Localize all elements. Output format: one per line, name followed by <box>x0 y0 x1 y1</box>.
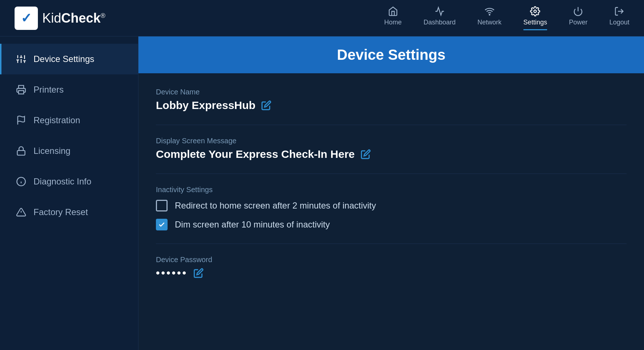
nav-power-label: Power <box>569 19 588 26</box>
printer-icon <box>16 85 26 95</box>
inactivity-redirect-checkbox[interactable] <box>156 200 168 211</box>
logo-second: Check <box>61 11 101 26</box>
edit-password-icon-svg <box>193 268 204 278</box>
sidebar-factory-reset-label: Factory Reset <box>34 207 88 217</box>
page-title: Device Settings <box>156 47 627 63</box>
page-header: Device Settings <box>138 36 644 73</box>
sidebar-item-diagnostic-info[interactable]: Diagnostic Info <box>0 166 138 197</box>
logo-text: KidCheck® <box>42 11 105 26</box>
flag-icon <box>16 115 26 125</box>
nav-item-settings[interactable]: Settings <box>523 6 547 30</box>
lock-icon <box>16 146 26 156</box>
sidebar-item-registration[interactable]: Registration <box>0 105 138 136</box>
display-message-value-row: Complete Your Express Check-In Here <box>156 148 627 160</box>
settings-icon <box>530 6 540 16</box>
device-password-label: Device Password <box>156 256 627 264</box>
dashboard-icon <box>435 6 445 16</box>
device-password-edit-button[interactable] <box>193 268 204 278</box>
divider-2 <box>156 174 627 174</box>
sidebar-item-licensing[interactable]: Licensing <box>0 136 138 166</box>
logo-reg: ® <box>101 12 105 19</box>
nav-item-power[interactable]: Power <box>569 6 588 30</box>
checkmark-icon <box>158 221 165 228</box>
sidebar-item-device-settings[interactable]: Device Settings <box>0 44 138 74</box>
device-password-value-row: •••••• <box>156 267 627 279</box>
display-message-group: Display Screen Message Complete Your Exp… <box>156 137 627 160</box>
divider-1 <box>156 125 627 125</box>
sidebar-diagnostic-label: Diagnostic Info <box>34 176 91 187</box>
warning-icon <box>16 207 26 217</box>
nav-home-label: Home <box>384 19 402 26</box>
nav-settings-label: Settings <box>523 19 547 26</box>
svg-point-0 <box>489 14 490 15</box>
sliders-icon <box>16 54 26 64</box>
svg-rect-13 <box>19 90 24 94</box>
info-circle-icon <box>16 176 26 187</box>
device-name-label: Device Name <box>156 88 627 96</box>
nav-item-logout[interactable]: Logout <box>609 6 629 30</box>
layout: Device Settings Printers Registration <box>0 36 644 350</box>
device-password-group: Device Password •••••• <box>156 256 627 279</box>
nav-item-dashboard[interactable]: Dashboard <box>424 6 456 30</box>
sidebar-licensing-label: Licensing <box>34 146 70 156</box>
sidebar: Device Settings Printers Registration <box>0 36 138 350</box>
display-message-edit-button[interactable] <box>361 149 371 159</box>
logo-first: Kid <box>42 11 61 26</box>
content-body: Device Name Lobby ExpressHub Display Scr… <box>138 73 644 307</box>
inactivity-label: Inactivity Settings <box>156 186 627 194</box>
nav-network-label: Network <box>478 19 502 26</box>
inactivity-dim-checkbox[interactable] <box>156 219 168 230</box>
header: ✓ KidCheck® Home Dashboard <box>0 0 644 36</box>
logo-area: ✓ KidCheck® <box>15 7 105 30</box>
device-name-group: Device Name Lobby ExpressHub <box>156 88 627 112</box>
sidebar-device-settings-label: Device Settings <box>34 54 94 64</box>
divider-3 <box>156 244 627 244</box>
logo-checkmark: ✓ <box>21 11 32 26</box>
svg-point-1 <box>534 10 537 12</box>
sidebar-item-factory-reset[interactable]: Factory Reset <box>0 197 138 228</box>
device-name-edit-button[interactable] <box>261 100 271 110</box>
power-icon <box>573 6 583 16</box>
svg-rect-15 <box>17 151 25 155</box>
inactivity-dim-text: Dim screen after 10 minutes of inactivit… <box>175 219 330 230</box>
sidebar-item-printers[interactable]: Printers <box>0 74 138 105</box>
display-message-value: Complete Your Express Check-In Here <box>156 148 355 160</box>
device-name-value: Lobby ExpressHub <box>156 99 255 112</box>
nav-item-home[interactable]: Home <box>384 6 402 30</box>
nav-logout-label: Logout <box>609 19 629 26</box>
device-password-value: •••••• <box>156 267 188 279</box>
inactivity-group: Inactivity Settings Redirect to home scr… <box>156 186 627 230</box>
nav-item-network[interactable]: Network <box>478 6 502 30</box>
inactivity-redirect-row[interactable]: Redirect to home screen after 2 minutes … <box>156 200 627 211</box>
logo-box: ✓ <box>15 7 38 30</box>
main-nav: Home Dashboard Network Settings <box>384 6 629 30</box>
sidebar-printers-label: Printers <box>34 85 64 95</box>
edit-icon-svg <box>261 100 271 110</box>
network-icon <box>484 6 495 16</box>
inactivity-dim-row[interactable]: Dim screen after 10 minutes of inactivit… <box>156 219 627 230</box>
logout-icon <box>614 6 624 16</box>
device-name-value-row: Lobby ExpressHub <box>156 99 627 112</box>
nav-dashboard-label: Dashboard <box>424 19 456 26</box>
sidebar-registration-label: Registration <box>34 115 80 125</box>
edit-display-icon-svg <box>361 149 371 159</box>
home-icon <box>388 6 398 16</box>
inactivity-redirect-text: Redirect to home screen after 2 minutes … <box>175 201 376 211</box>
main-content: Device Settings Device Name Lobby Expres… <box>138 36 644 350</box>
display-message-label: Display Screen Message <box>156 137 627 145</box>
